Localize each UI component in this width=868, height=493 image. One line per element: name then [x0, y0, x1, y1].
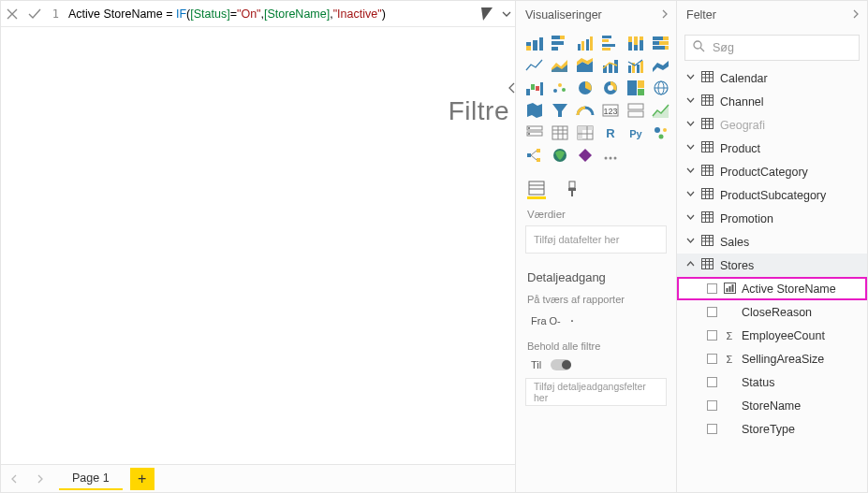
viz-table-icon[interactable] — [549, 123, 571, 143]
field-row[interactable]: ΣEmployeeCount — [677, 324, 867, 347]
viz-gauge-icon[interactable] — [574, 100, 596, 121]
viz-ribbon-icon[interactable] — [650, 55, 672, 76]
table-row[interactable]: Stores — [677, 254, 867, 277]
fields-panel-collapse[interactable] — [852, 8, 860, 22]
field-checkbox[interactable] — [707, 307, 717, 317]
viz-matrix-icon[interactable] — [574, 123, 596, 143]
chevron-down-icon — [686, 120, 696, 130]
table-label: Sales — [720, 236, 749, 249]
cross-report-toggle-bullet: · — [570, 312, 574, 329]
viz-stacked-column-icon[interactable] — [549, 33, 571, 53]
field-checkbox[interactable] — [707, 354, 717, 364]
viz-line-clustered-column-icon[interactable] — [625, 55, 647, 76]
table-row[interactable]: Product — [677, 137, 867, 160]
viz-key-influencers-icon[interactable] — [650, 123, 672, 143]
viz-format-tab[interactable] — [563, 179, 581, 199]
svg-rect-33 — [637, 65, 640, 73]
fields-search-placeholder: Søg — [713, 41, 734, 54]
viz-clustered-column-icon[interactable] — [599, 33, 622, 53]
viz-100pct-bar-icon[interactable] — [625, 33, 647, 53]
viz-area-icon[interactable] — [549, 55, 571, 76]
filters-collapse-handle[interactable] — [508, 81, 517, 96]
field-row[interactable]: Status — [677, 370, 867, 394]
chevron-down-icon — [686, 190, 696, 200]
table-row[interactable]: Channel — [677, 90, 867, 113]
viz-clustered-bar-icon[interactable] — [574, 33, 596, 53]
viz-line-icon[interactable] — [523, 55, 546, 76]
viz-decomposition-icon[interactable] — [523, 145, 546, 166]
viz-fields-tab[interactable] — [527, 179, 546, 199]
viz-line-stacked-column-icon[interactable] — [599, 55, 622, 76]
viz-treemap-icon[interactable] — [625, 78, 647, 98]
svg-rect-121 — [702, 212, 714, 223]
field-row[interactable]: StoreType — [677, 417, 867, 441]
viz-waterfall-icon[interactable] — [523, 78, 546, 98]
page-tab-1[interactable]: Page 1 — [59, 468, 123, 490]
svg-rect-46 — [638, 80, 644, 88]
fields-search-input[interactable]: Søg — [684, 35, 860, 61]
field-row[interactable]: Active StoreName — [677, 277, 867, 300]
field-row[interactable]: StoreName — [677, 394, 867, 417]
page-add-button[interactable]: + — [130, 468, 154, 490]
viz-filled-map-icon[interactable] — [523, 100, 546, 121]
svg-rect-138 — [728, 286, 730, 292]
table-row[interactable]: Geografi — [677, 113, 867, 137]
svg-rect-19 — [634, 36, 638, 45]
field-label: SellingAreaSize — [742, 353, 824, 366]
viz-panel-collapse[interactable] — [661, 8, 669, 22]
svg-rect-57 — [528, 127, 530, 129]
viz-python-icon[interactable]: Py — [625, 123, 647, 143]
table-row[interactable]: Sales — [677, 230, 867, 254]
formula-expand-button[interactable] — [498, 4, 515, 24]
viz-stacked-bar-icon[interactable] — [523, 33, 546, 53]
svg-rect-21 — [640, 36, 643, 40]
field-checkbox[interactable] — [707, 330, 717, 341]
viz-pie-icon[interactable] — [574, 78, 596, 98]
svg-rect-11 — [590, 36, 593, 51]
viz-map-icon[interactable] — [650, 78, 672, 98]
viz-kpi-icon[interactable] — [650, 100, 672, 121]
svg-rect-74 — [527, 153, 531, 157]
viz-multirow-card-icon[interactable] — [625, 100, 647, 121]
field-checkbox[interactable] — [707, 377, 717, 387]
svg-rect-25 — [659, 41, 669, 45]
viz-scatter-icon[interactable] — [549, 78, 571, 98]
viz-r-icon[interactable]: R — [599, 123, 622, 143]
page-next-button[interactable] — [29, 468, 51, 490]
field-row[interactable]: ΣSellingAreaSize — [677, 347, 867, 370]
viz-100pct-column-icon[interactable] — [650, 33, 672, 53]
viz-slicer-icon[interactable] — [523, 123, 546, 143]
viz-donut-icon[interactable] — [599, 78, 622, 98]
report-canvas[interactable]: Filtre — [1, 27, 515, 464]
svg-rect-5 — [560, 36, 565, 39]
svg-rect-139 — [731, 284, 733, 292]
svg-rect-91 — [702, 72, 714, 82]
field-checkbox[interactable] — [707, 283, 717, 294]
viz-arcgis-icon[interactable] — [549, 145, 571, 166]
table-label: Promotion — [720, 212, 773, 225]
svg-rect-106 — [702, 142, 714, 152]
field-checkbox[interactable] — [707, 424, 717, 434]
keep-filters-toggle[interactable] — [551, 359, 571, 370]
table-icon — [701, 165, 714, 179]
formula-line-number: 1 — [46, 7, 63, 21]
values-well[interactable]: Tilføj datafelter her — [525, 225, 667, 254]
table-row[interactable]: Promotion — [677, 207, 867, 230]
formula-input[interactable]: Active StoreName = IF([Status]="On",[Sto… — [63, 7, 476, 21]
table-row[interactable]: Calendar — [677, 66, 867, 90]
drill-well[interactable]: Tilføj detaljeadgangsfelter her — [525, 378, 667, 406]
formula-token-str2: "Inactive" — [333, 7, 382, 21]
formula-commit-button[interactable] — [23, 3, 46, 25]
viz-card-icon[interactable]: 123 — [599, 100, 622, 121]
formula-cancel-button[interactable] — [1, 3, 23, 25]
field-row[interactable]: CloseReason — [677, 300, 867, 324]
viz-funnel-icon[interactable] — [549, 100, 571, 121]
viz-import-icon[interactable] — [599, 145, 622, 166]
field-checkbox[interactable] — [707, 400, 717, 411]
page-prev-button[interactable] — [3, 468, 25, 490]
viz-powerapps-icon[interactable] — [574, 145, 596, 166]
table-row[interactable]: ProductSubcategory — [677, 183, 867, 207]
viz-stacked-area-icon[interactable] — [574, 55, 596, 76]
formula-format-button[interactable] — [478, 4, 496, 24]
table-row[interactable]: ProductCategory — [677, 160, 867, 183]
